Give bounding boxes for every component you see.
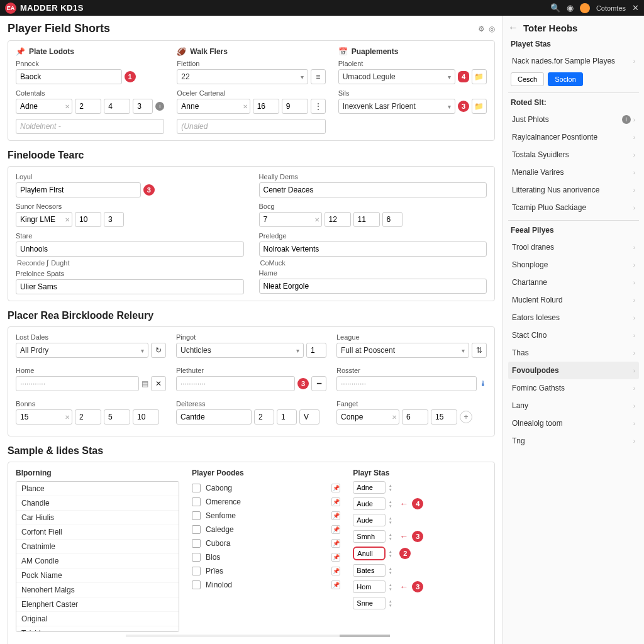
clear-icon[interactable]: ✕ [243,103,248,110]
soclon-button[interactable]: Soclon [548,72,583,86]
list-item[interactable]: Cnatnimle [16,540,179,554]
sidebar-item[interactable]: Tng› [508,432,639,450]
cotentals-input[interactable] [16,99,72,114]
stat-input[interactable] [353,547,386,560]
stepper[interactable]: ▴▾ [389,580,396,593]
pingot-select[interactable]: Uchticles▾ [176,343,304,358]
top-link[interactable]: Cotomtes [596,4,626,12]
list-item[interactable]: Plance [16,482,179,496]
sidebar-item[interactable]: Eators Ioleses› [508,309,639,326]
pin-icon[interactable]: 📌 [331,484,340,492]
sidebar-item[interactable]: Stact Clno› [508,326,639,344]
stat-input[interactable] [353,497,386,510]
pnnock-input[interactable] [16,69,122,84]
stat-input[interactable] [353,514,386,526]
v-input[interactable] [299,409,319,425]
stat-input[interactable] [353,564,386,577]
folder-icon[interactable]: 📁 [472,99,487,114]
sidebar-item[interactable]: Chartanne› [508,274,639,291]
stepper[interactable]: ▴▾ [389,547,396,560]
gear-icon[interactable]: ⚙ [478,25,485,33]
list-icon[interactable]: ≡ [311,69,326,84]
refresh-icon[interactable]: ↻ [151,343,166,358]
checkbox[interactable] [192,567,201,575]
sidebar-item[interactable]: Muclent Rolurd› [508,291,639,309]
clear-icon[interactable]: ✕ [65,103,70,110]
scrollbar[interactable] [126,635,377,637]
pin-icon[interactable]: 📌 [331,525,340,534]
clear-icon[interactable]: ✕ [151,376,166,391]
list-item[interactable]: Chandle [16,496,179,511]
sidebar-item[interactable]: Thas› [508,344,639,362]
info-icon[interactable]: i [155,102,164,111]
checkbox[interactable] [192,484,201,492]
adjust-icon[interactable]: ⇅ [472,343,487,358]
sidebar-item[interactable]: Fominc Gathsts› [508,379,639,397]
oceler-input[interactable] [177,99,250,114]
fanget-input[interactable] [336,409,399,425]
prelolnce-input[interactable] [16,279,244,294]
num-input[interactable] [75,212,101,227]
checkbox[interactable] [192,525,201,534]
plaolent-select[interactable]: Umacod Legule▾ [338,69,455,84]
avatar[interactable] [580,3,590,13]
stepper[interactable]: ▴▾ [389,597,396,609]
back-icon[interactable]: ← [508,22,518,33]
sunor-input[interactable] [16,212,72,227]
bonns-input[interactable] [16,409,72,425]
checkbox[interactable] [192,539,201,548]
sils-select[interactable]: Inexvenk Lasr Prioent▾ [338,99,455,114]
num-input[interactable] [402,409,428,425]
num-input[interactable] [133,99,153,114]
checkbox[interactable] [192,553,201,562]
side-text-item[interactable]: Nack nades.for Sample Playes› [508,52,639,70]
list-item[interactable]: Corfont Fiell [16,525,179,540]
home-input[interactable] [16,376,139,391]
heally-input[interactable] [259,182,487,197]
sidebar-item[interactable]: Menalie Varires› [508,164,639,181]
help-icon[interactable]: ◉ [567,3,574,13]
checkbox[interactable] [192,511,201,520]
close-icon[interactable]: ✕ [632,3,639,13]
pin-icon[interactable]: 📌 [331,567,340,575]
checkbox[interactable] [192,580,201,589]
sidebar-item[interactable]: Trool dranes› [508,238,639,256]
plethuter-input[interactable] [176,376,295,391]
sidebar-item[interactable]: Shonploge› [508,256,639,274]
cesch-button[interactable]: Cesch [511,72,544,86]
sidebar-item[interactable]: Lany› [508,397,639,414]
folder-icon[interactable]: 📁 [472,69,487,84]
num-input[interactable] [306,343,326,358]
num-input[interactable] [431,409,457,425]
stepper[interactable]: ▴▾ [389,530,396,543]
rosster-input[interactable] [336,376,477,391]
list-item[interactable]: Car Hiulis [16,511,179,525]
list-item[interactable]: Taivideme [16,626,179,632]
list-item[interactable]: AM Condle [16,554,179,569]
format-icon[interactable]: ━ [311,376,326,391]
stare-input[interactable] [16,242,244,257]
num-input[interactable] [133,409,159,425]
preledge-input[interactable] [259,242,487,257]
num-input[interactable] [75,99,101,114]
sidebar-item[interactable]: Tcamip Pluo Sackiage› [508,199,639,216]
num-input[interactable] [104,212,124,227]
pin-icon[interactable]: 📌 [331,553,340,562]
search-icon[interactable]: 🔍 [550,3,560,13]
sidebar-item[interactable]: Just Phlotsi› [508,111,639,128]
list-item[interactable]: Elenphert Caster [16,597,179,612]
muted-input[interactable] [16,119,164,134]
clear-icon[interactable]: ✕ [65,414,70,421]
num-input[interactable] [75,409,101,425]
stepper[interactable]: ▴▾ [389,481,396,494]
pin-icon[interactable]: 📌 [331,511,340,520]
blporning-listbox[interactable]: PlanceChandleCar HiulisCorfont FiellCnat… [16,481,179,632]
num-input[interactable] [282,99,308,114]
list-item[interactable]: Original [16,612,179,626]
sidebar-item[interactable]: Raylcalnancer Posntionte› [508,128,639,146]
num-input[interactable] [353,212,380,227]
add-icon[interactable]: + [460,411,472,423]
stat-input[interactable] [353,530,386,543]
num-input[interactable] [104,409,130,425]
bocg-input[interactable] [259,212,322,227]
